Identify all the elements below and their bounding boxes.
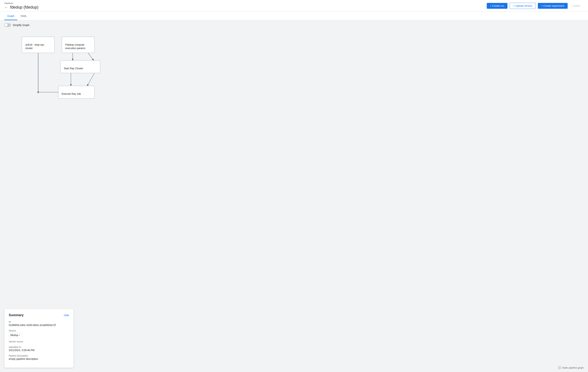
- toggle-knob: [5, 24, 8, 27]
- node-execute-ray-job[interactable]: Execute Ray Job: [58, 86, 94, 98]
- version-dropdown-value: fdedup: [10, 334, 18, 337]
- pipeline-description-label: Pipeline Description: [9, 355, 69, 357]
- node-execute-ray-job-label: Execute Ray Job: [62, 92, 81, 95]
- tabs-row: Graph YAML: [0, 12, 588, 20]
- header-actions: + Create run + Upload version + Create e…: [487, 3, 584, 9]
- simplify-row: Simplify Graph: [0, 20, 588, 30]
- version-label: Version: [9, 329, 69, 332]
- node-fdedup-compute-label: Fdedup compute execution params: [65, 43, 85, 50]
- info-icon: i: [558, 366, 561, 369]
- node-start-ray-cluster[interactable]: Start Ray Cluster: [60, 60, 100, 73]
- pipeline-description-value: empty pipeline description: [9, 357, 69, 360]
- summary-id-field: ID 01086f34-e94c-4393-b82e-3c4a8500a72f: [9, 321, 69, 327]
- tab-yaml[interactable]: YAML: [17, 12, 30, 20]
- chevron-down-icon: ▾: [19, 334, 20, 336]
- static-label-text: Static pipeline graph: [562, 366, 584, 369]
- node-start-ray-cluster-label: Start Ray Cluster: [64, 67, 83, 70]
- header-left: Pipelines ← fdedup (fdedup): [4, 2, 38, 10]
- delete-button[interactable]: Delete: [570, 3, 584, 9]
- back-arrow-icon[interactable]: ←: [4, 5, 8, 9]
- node-onexit[interactable]: onExit - stop-ray-cluster: [22, 37, 54, 53]
- svg-line-4: [87, 73, 94, 86]
- summary-version-source-field: Version source: [9, 340, 69, 343]
- upload-version-button[interactable]: + Upload version: [510, 3, 536, 9]
- node-onexit-label: onExit - stop-ray-cluster: [25, 43, 45, 50]
- version-dropdown[interactable]: fdedup ▾: [9, 333, 21, 338]
- page-title: fdedup (fdedup): [10, 5, 38, 10]
- summary-uploaded-on-field: Uploaded on 3/21/2024, 3:09:48 PM: [9, 346, 69, 352]
- simplify-graph-label: Simplify Graph: [13, 24, 30, 27]
- summary-header: Summary Hide: [9, 313, 69, 317]
- header: Pipelines ← fdedup (fdedup) + Create run…: [0, 0, 588, 12]
- id-value: 01086f34-e94c-4393-b82e-3c4a8500a72f: [9, 324, 69, 327]
- create-run-button[interactable]: + Create run: [487, 3, 507, 9]
- id-label: ID: [9, 321, 69, 323]
- breadcrumb: Pipelines: [4, 2, 38, 5]
- title-row: ← fdedup (fdedup): [4, 5, 38, 10]
- simplify-graph-toggle[interactable]: [4, 23, 11, 27]
- hide-button[interactable]: Hide: [64, 314, 69, 317]
- uploaded-on-label: Uploaded on: [9, 346, 69, 348]
- node-fdedup-compute[interactable]: Fdedup compute execution params: [62, 37, 94, 53]
- graph-area: Simplify Graph: [0, 20, 588, 372]
- pipeline-graph: onExit - stop-ray-cluster Fdedup compute…: [11, 31, 138, 126]
- summary-version-field: Version fdedup ▾: [9, 329, 69, 338]
- version-source-label: Version source: [9, 340, 69, 343]
- summary-pipeline-description-field: Pipeline Description empty pipeline desc…: [9, 355, 69, 360]
- summary-title: Summary: [9, 313, 24, 317]
- tab-graph[interactable]: Graph: [4, 12, 17, 20]
- static-pipeline-label: i Static pipeline graph: [558, 366, 584, 369]
- main-area: Simplify Graph: [0, 20, 588, 372]
- summary-panel: Summary Hide ID 01086f34-e94c-4393-b82e-…: [4, 309, 74, 368]
- create-experiment-button[interactable]: + Create experiment: [538, 3, 567, 9]
- uploaded-on-value: 3/21/2024, 3:09:48 PM: [9, 349, 69, 352]
